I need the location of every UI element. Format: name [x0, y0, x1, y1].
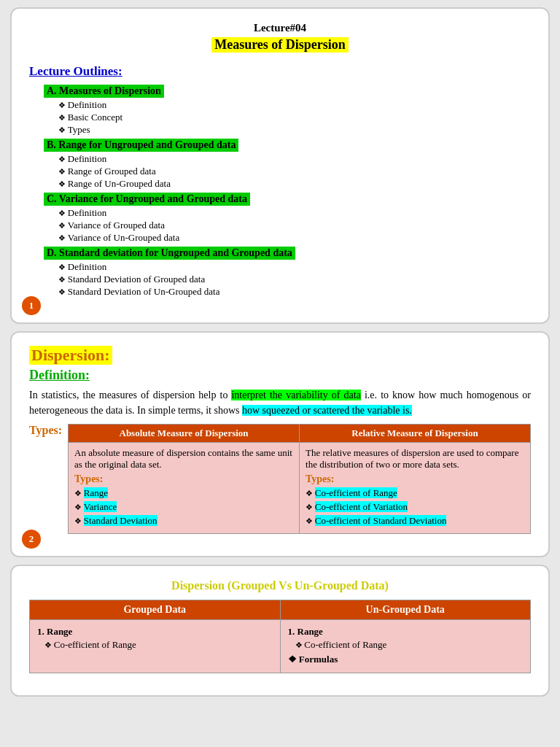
list-item: Definition — [58, 99, 531, 111]
list-item: Standard Deviation — [74, 515, 293, 527]
types-section: Types: Absolute Measure of Dispersion Re… — [29, 424, 531, 534]
list-item: Basic Concept — [58, 112, 531, 123]
list-item: Variance — [74, 501, 293, 513]
absolute-measure-heading: Absolute Measure of Dispersion — [69, 425, 300, 443]
col2-list: Co-efficient of Range Co-efficient of Va… — [306, 487, 524, 527]
section-c-list: Definition Variance of Grouped data Vari… — [58, 207, 531, 244]
outline-section-c: C. Variance for Ungrouped and Grouped da… — [44, 193, 531, 244]
variance-item: Variance — [84, 501, 117, 512]
ungrouped-data-cell: 1. Range Co-efficient of Range ❖ Formula… — [280, 620, 531, 673]
slide3-title: Dispersion (Grouped Vs Un-Grouped Data) — [29, 579, 531, 592]
coeff-variation-item: Co-efficient of Variation — [315, 501, 408, 512]
slide3-table: Grouped Data Un-Grouped Data 1. Range Co… — [29, 600, 531, 673]
types-label: Types: — [29, 424, 62, 437]
list-item: Types — [58, 124, 531, 136]
grouped-range-list: Co-efficient of Range — [37, 639, 273, 651]
slide-3: Dispersion (Grouped Vs Un-Grouped Data) … — [10, 565, 550, 697]
outline-section-a: A. Measures of Dispersion Definition Bas… — [44, 85, 531, 136]
section-a-heading: A. Measures of Dispersion — [44, 85, 164, 98]
dispersion-definition-para: In statistics, the measures of dispersio… — [29, 387, 531, 418]
section-b-list: Definition Range of Grouped data Range o… — [58, 153, 531, 190]
std-dev-item: Standard Deviation — [84, 515, 158, 526]
para-highlight1: interpret the variability of data — [231, 390, 360, 400]
list-item: Variance of Grouped data — [58, 220, 531, 231]
ungrouped-range-heading: 1. Range — [288, 626, 524, 638]
list-item: Co-efficient of Variation — [306, 501, 524, 513]
formulas-label: Formulas — [299, 654, 338, 665]
col2-text: The relative measures of dispersion are … — [306, 447, 518, 470]
coeff-std-dev-item: Co-efficient of Standard Deviation — [315, 515, 447, 526]
ungrouped-data-heading: Un-Grouped Data — [280, 600, 531, 620]
ungrouped-formulas-heading: ❖ Formulas — [288, 654, 524, 665]
section-c-heading: C. Variance for Ungrouped and Grouped da… — [44, 193, 250, 206]
slide-1: Lecture#04 Measures of Dispersion Lectur… — [10, 7, 550, 324]
outline-section-b: B. Range for Ungrouped and Grouped data … — [44, 139, 531, 190]
absolute-measure-cell: An absolute measure of dispersion contai… — [69, 443, 300, 534]
definition-label: Definition: — [29, 368, 531, 383]
relative-measure-cell: The relative measures of dispersion are … — [300, 443, 531, 534]
range-item: Range — [84, 487, 108, 498]
list-item: Variance of Un-Grouped data — [58, 232, 531, 244]
section-d-heading: D. Standard deviation for Ungrouped and … — [44, 247, 295, 260]
list-item: Definition — [58, 261, 531, 273]
grouped-data-cell: 1. Range Co-efficient of Range — [30, 620, 281, 673]
para-highlight2: how squeezed or scattered the variable i… — [242, 405, 412, 416]
section-d-list: Definition Standard Deviation of Grouped… — [58, 261, 531, 298]
section-a-list: Definition Basic Concept Types — [58, 99, 531, 136]
coeff-range-item: Co-efficient of Range — [315, 487, 397, 498]
list-item: Co-efficient of Range — [44, 639, 273, 651]
grouped-range-heading: 1. Range — [37, 626, 273, 638]
list-item: Definition — [58, 207, 531, 219]
lecture-label: Lecture#04 — [254, 22, 306, 34]
list-item: Co-efficient of Range — [306, 487, 524, 499]
list-item: Range of Un-Grouped data — [58, 178, 531, 190]
types-table: Absolute Measure of Dispersion Relative … — [68, 424, 531, 534]
relative-measure-heading: Relative Measure of Dispersion — [300, 425, 531, 443]
grouped-data-heading: Grouped Data — [30, 600, 281, 620]
slide-number-2: 2 — [22, 530, 41, 549]
list-item: Range — [74, 487, 293, 499]
col2-types-heading: Types: — [306, 473, 524, 485]
col1-list: Range Variance Standard Deviation — [74, 487, 293, 527]
para-start: In statistics, the measures of dispersio… — [29, 390, 231, 400]
list-item: Co-efficient of Range — [295, 639, 524, 651]
dispersion-label: Dispersion: — [29, 346, 112, 365]
col1-text: An absolute measure of dispersion contai… — [74, 447, 292, 470]
col1-types-heading: Types: — [74, 473, 293, 485]
list-item: Range of Grouped data — [58, 166, 531, 177]
lecture-outlines-heading: Lecture Outlines: — [29, 64, 531, 79]
slide-number-1: 1 — [22, 296, 41, 315]
list-item: Standard Deviation of Grouped data — [58, 274, 531, 285]
slide-2: Dispersion: Definition: In statistics, t… — [10, 331, 550, 557]
list-item: Standard Deviation of Un-Grouped data — [58, 286, 531, 298]
outline-section-d: D. Standard deviation for Ungrouped and … — [44, 247, 531, 298]
list-item: Definition — [58, 153, 531, 165]
slide1-title: Measures of Dispersion — [211, 37, 349, 53]
section-b-heading: B. Range for Ungrouped and Grouped data — [44, 139, 238, 152]
list-item: Co-efficient of Standard Deviation — [306, 515, 524, 527]
ungrouped-range-list: Co-efficient of Range — [288, 639, 524, 651]
